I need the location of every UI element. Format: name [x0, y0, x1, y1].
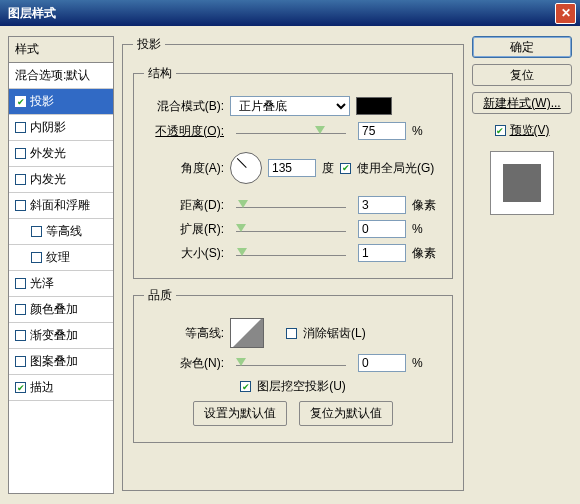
effect-group: 投影 结构 混合模式(B): 正片叠底 不透明度(O): % 角度(A):: [122, 36, 464, 491]
distance-slider[interactable]: [236, 197, 346, 213]
size-label: 大小(S):: [144, 245, 224, 262]
style-item-11[interactable]: ✔描边: [9, 375, 113, 401]
style-label: 外发光: [30, 145, 66, 162]
cancel-button[interactable]: 复位: [472, 64, 572, 86]
styles-header: 样式: [9, 37, 113, 63]
quality-group: 品质 等高线: 消除锯齿(L) 杂色(N): % ✔ 图层挖空投影(U): [133, 287, 453, 443]
settings-panel: 投影 结构 混合模式(B): 正片叠底 不透明度(O): % 角度(A):: [122, 36, 464, 494]
style-label: 投影: [30, 93, 54, 110]
reset-default-button[interactable]: 复位为默认值: [299, 401, 393, 426]
style-label: 内发光: [30, 171, 66, 188]
spread-label: 扩展(R):: [144, 221, 224, 238]
style-item-8[interactable]: 颜色叠加: [9, 297, 113, 323]
style-label: 内阴影: [30, 119, 66, 136]
style-item-10[interactable]: 图案叠加: [9, 349, 113, 375]
style-label: 图案叠加: [30, 353, 78, 370]
angle-input[interactable]: [268, 159, 316, 177]
style-checkbox[interactable]: [15, 304, 26, 315]
dialog-content: 样式 混合选项:默认 ✔投影内阴影外发光内发光斜面和浮雕等高线纹理光泽颜色叠加渐…: [0, 26, 580, 504]
knockout-label: 图层挖空投影(U): [257, 378, 346, 395]
style-item-1[interactable]: 内阴影: [9, 115, 113, 141]
style-item-2[interactable]: 外发光: [9, 141, 113, 167]
style-label: 渐变叠加: [30, 327, 78, 344]
style-item-3[interactable]: 内发光: [9, 167, 113, 193]
spread-input[interactable]: [358, 220, 406, 238]
noise-input[interactable]: [358, 354, 406, 372]
preview-swatch: [503, 164, 541, 202]
opacity-unit: %: [412, 124, 442, 138]
distance-unit: 像素: [412, 197, 442, 214]
blendmode-select[interactable]: 正片叠底: [230, 96, 350, 116]
effect-title: 投影: [133, 36, 165, 53]
opacity-input[interactable]: [358, 122, 406, 140]
style-item-7[interactable]: 光泽: [9, 271, 113, 297]
style-label: 斜面和浮雕: [30, 197, 90, 214]
size-unit: 像素: [412, 245, 442, 262]
style-label: 光泽: [30, 275, 54, 292]
contour-label: 等高线:: [144, 325, 224, 342]
style-label: 纹理: [46, 249, 70, 266]
angle-unit: 度: [322, 160, 334, 177]
blendmode-label: 混合模式(B):: [144, 98, 224, 115]
style-item-0[interactable]: ✔投影: [9, 89, 113, 115]
color-swatch[interactable]: [356, 97, 392, 115]
size-slider[interactable]: [236, 245, 346, 261]
style-checkbox[interactable]: [15, 148, 26, 159]
action-column: 确定 复位 新建样式(W)... ✔ 预览(V): [472, 36, 572, 494]
opacity-slider[interactable]: [236, 123, 346, 139]
size-input[interactable]: [358, 244, 406, 262]
style-checkbox[interactable]: [15, 330, 26, 341]
distance-input[interactable]: [358, 196, 406, 214]
preview-label: 预览(V): [510, 122, 550, 139]
blend-options[interactable]: 混合选项:默认: [9, 63, 113, 89]
style-checkbox[interactable]: ✔: [15, 382, 26, 393]
style-item-4[interactable]: 斜面和浮雕: [9, 193, 113, 219]
set-default-button[interactable]: 设置为默认值: [193, 401, 287, 426]
style-label: 颜色叠加: [30, 301, 78, 318]
style-checkbox[interactable]: [15, 174, 26, 185]
antialias-checkbox[interactable]: [286, 328, 297, 339]
style-checkbox[interactable]: [15, 200, 26, 211]
noise-slider[interactable]: [236, 355, 346, 371]
style-checkbox[interactable]: ✔: [15, 96, 26, 107]
quality-title: 品质: [144, 287, 176, 304]
angle-label: 角度(A):: [144, 160, 224, 177]
structure-title: 结构: [144, 65, 176, 82]
style-item-6[interactable]: 纹理: [9, 245, 113, 271]
noise-unit: %: [412, 356, 442, 370]
distance-label: 距离(D):: [144, 197, 224, 214]
style-checkbox[interactable]: [15, 122, 26, 133]
style-item-5[interactable]: 等高线: [9, 219, 113, 245]
angle-dial[interactable]: [230, 152, 262, 184]
style-checkbox[interactable]: [15, 356, 26, 367]
spread-unit: %: [412, 222, 442, 236]
contour-picker[interactable]: [230, 318, 264, 348]
close-icon[interactable]: ✕: [555, 3, 576, 24]
antialias-label: 消除锯齿(L): [303, 325, 366, 342]
global-light-checkbox[interactable]: ✔: [340, 163, 351, 174]
ok-button[interactable]: 确定: [472, 36, 572, 58]
style-label: 等高线: [46, 223, 82, 240]
opacity-label: 不透明度(O):: [155, 124, 224, 138]
style-label: 描边: [30, 379, 54, 396]
style-item-9[interactable]: 渐变叠加: [9, 323, 113, 349]
style-checkbox[interactable]: [15, 278, 26, 289]
noise-label: 杂色(N):: [144, 355, 224, 372]
style-checkbox[interactable]: [31, 252, 42, 263]
window-title: 图层样式: [8, 5, 555, 22]
spread-slider[interactable]: [236, 221, 346, 237]
titlebar: 图层样式 ✕: [0, 0, 580, 26]
preview-box: [490, 151, 554, 215]
style-checkbox[interactable]: [31, 226, 42, 237]
styles-list: 样式 混合选项:默认 ✔投影内阴影外发光内发光斜面和浮雕等高线纹理光泽颜色叠加渐…: [8, 36, 114, 494]
new-style-button[interactable]: 新建样式(W)...: [472, 92, 572, 114]
global-light-label: 使用全局光(G): [357, 160, 434, 177]
structure-group: 结构 混合模式(B): 正片叠底 不透明度(O): % 角度(A): 度: [133, 65, 453, 279]
knockout-checkbox[interactable]: ✔: [240, 381, 251, 392]
preview-checkbox[interactable]: ✔: [495, 125, 506, 136]
